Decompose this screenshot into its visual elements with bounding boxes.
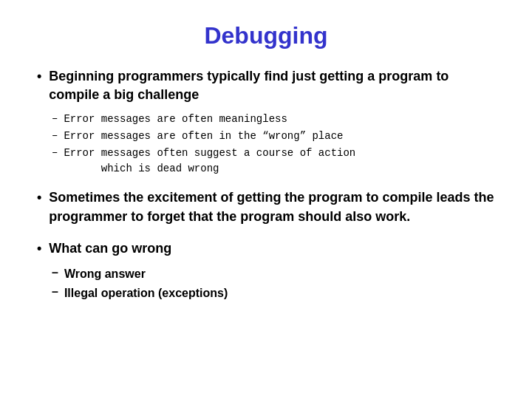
slide-title: Debugging: [37, 22, 495, 50]
content-area: • Beginning programmers typically find j…: [37, 67, 495, 377]
bullet-item-3: • What can go wrong: [37, 239, 495, 258]
sub-text-1b: Error messages are often in the “wrong” …: [64, 129, 343, 144]
bullet-item-2: • Sometimes the excitement of getting th…: [37, 188, 495, 225]
slide: Debugging • Beginning programmers typica…: [0, 0, 532, 399]
bullet-block-2: • Sometimes the excitement of getting th…: [37, 188, 495, 233]
bullet-block-1: • Beginning programmers typically find j…: [37, 67, 495, 183]
bullet-block-3: • What can go wrong – Wrong answer – Ill…: [37, 239, 495, 305]
bullet-text-2: Sometimes the excitement of getting the …: [49, 188, 495, 225]
sub-text-3b: Illegal operation (exceptions): [64, 284, 228, 302]
bullet-dot-3: •: [37, 241, 41, 256]
sub-list-1: – Error messages are often meaningless –…: [52, 112, 495, 177]
sub-dash-1a: –: [52, 112, 58, 124]
sub-item-1b: – Error messages are often in the “wrong…: [52, 129, 495, 144]
sub-dash-3a: –: [52, 266, 58, 279]
bullet-text-1: Beginning programmers typically find jus…: [49, 67, 495, 104]
bullet-dot-2: •: [37, 190, 41, 205]
sub-text-1c: Error messages often suggest a course of…: [64, 146, 355, 177]
sub-list-3: – Wrong answer – Illegal operation (exce…: [52, 265, 495, 302]
sub-text-1a: Error messages are often meaningless: [64, 112, 287, 127]
sub-item-1c: – Error messages often suggest a course …: [52, 146, 495, 177]
sub-item-3b: – Illegal operation (exceptions): [52, 284, 495, 302]
sub-item-3a: – Wrong answer: [52, 265, 495, 283]
bullet-text-3: What can go wrong: [49, 239, 171, 258]
bullet-item-1: • Beginning programmers typically find j…: [37, 67, 495, 104]
sub-item-1a: – Error messages are often meaningless: [52, 112, 495, 127]
sub-dash-1b: –: [52, 129, 58, 141]
sub-text-3a: Wrong answer: [64, 265, 146, 283]
sub-dash-1c: –: [52, 146, 58, 158]
bullet-dot-1: •: [37, 69, 41, 84]
sub-dash-3b: –: [52, 285, 58, 299]
